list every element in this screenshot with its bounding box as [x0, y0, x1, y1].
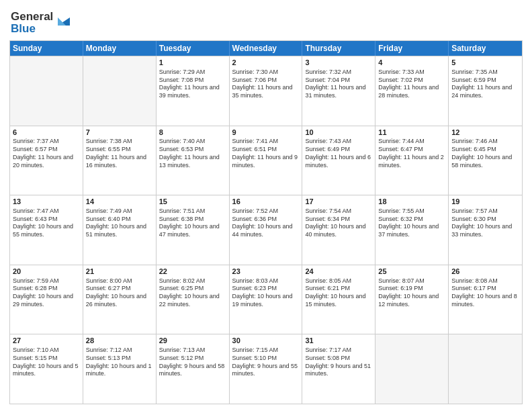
day-number: 15	[159, 197, 226, 207]
day-number: 10	[305, 128, 372, 138]
day-number: 26	[451, 267, 519, 277]
cell-info: Sunrise: 7:47 AM Sunset: 6:43 PM Dayligh…	[13, 208, 80, 239]
calendar: SundayMondayTuesdayWednesdayThursdayFrid…	[9, 40, 523, 404]
cell-info: Sunrise: 7:59 AM Sunset: 6:28 PM Dayligh…	[13, 277, 80, 309]
cal-cell: 19Sunrise: 7:57 AM Sunset: 6:30 PM Dayli…	[449, 195, 522, 265]
week-row-3: 13Sunrise: 7:47 AM Sunset: 6:43 PM Dayli…	[10, 195, 522, 265]
cell-info: Sunrise: 7:41 AM Sunset: 6:51 PM Dayligh…	[232, 138, 300, 169]
cal-cell: 7Sunrise: 7:38 AM Sunset: 6:55 PM Daylig…	[83, 126, 157, 195]
cell-info: Sunrise: 7:38 AM Sunset: 6:55 PM Dayligh…	[86, 138, 153, 169]
calendar-body: 1Sunrise: 7:29 AM Sunset: 7:08 PM Daylig…	[10, 56, 522, 404]
cell-info: Sunrise: 8:02 AM Sunset: 6:25 PM Dayligh…	[159, 277, 226, 309]
weekday-header-monday: Monday	[83, 41, 157, 56]
cal-cell: 2Sunrise: 7:30 AM Sunset: 7:06 PM Daylig…	[230, 56, 303, 126]
day-number: 6	[13, 128, 80, 138]
cell-info: Sunrise: 7:54 AM Sunset: 6:34 PM Dayligh…	[305, 208, 372, 239]
logo-icon: General Blue	[9, 7, 83, 36]
logo: General Blue	[9, 7, 83, 36]
cell-info: Sunrise: 8:05 AM Sunset: 6:21 PM Dayligh…	[305, 277, 372, 309]
weekday-header-wednesday: Wednesday	[230, 41, 303, 56]
cal-cell: 25Sunrise: 8:07 AM Sunset: 6:19 PM Dayli…	[375, 265, 449, 334]
day-number: 18	[378, 197, 445, 207]
cell-info: Sunrise: 7:37 AM Sunset: 6:57 PM Dayligh…	[13, 138, 80, 169]
cell-info: Sunrise: 8:08 AM Sunset: 6:17 PM Dayligh…	[451, 277, 519, 309]
page: General Blue SundayMondayTuesdayWednesda…	[0, 0, 532, 411]
cell-info: Sunrise: 7:55 AM Sunset: 6:32 PM Dayligh…	[378, 208, 445, 239]
day-number: 5	[451, 58, 519, 68]
weekday-header-friday: Friday	[375, 41, 449, 56]
day-number: 31	[305, 336, 372, 346]
cell-info: Sunrise: 7:51 AM Sunset: 6:38 PM Dayligh…	[159, 208, 226, 239]
cell-info: Sunrise: 7:15 AM Sunset: 5:10 PM Dayligh…	[232, 347, 300, 378]
day-number: 30	[232, 336, 300, 346]
cal-cell: 9Sunrise: 7:41 AM Sunset: 6:51 PM Daylig…	[230, 126, 303, 195]
day-number: 13	[13, 197, 80, 207]
cell-info: Sunrise: 8:03 AM Sunset: 6:23 PM Dayligh…	[232, 277, 300, 309]
day-number: 1	[159, 58, 226, 68]
cal-cell: 5Sunrise: 7:35 AM Sunset: 6:59 PM Daylig…	[449, 56, 522, 126]
cal-cell: 17Sunrise: 7:54 AM Sunset: 6:34 PM Dayli…	[302, 195, 375, 265]
cal-cell: 3Sunrise: 7:32 AM Sunset: 7:04 PM Daylig…	[302, 56, 375, 126]
cell-info: Sunrise: 7:29 AM Sunset: 7:08 PM Dayligh…	[159, 68, 226, 100]
cal-cell: 31Sunrise: 7:17 AM Sunset: 5:08 PM Dayli…	[302, 334, 375, 404]
day-number: 11	[378, 128, 445, 138]
day-number: 20	[13, 267, 80, 277]
weekday-header-sunday: Sunday	[10, 41, 83, 56]
cal-cell: 16Sunrise: 7:52 AM Sunset: 6:36 PM Dayli…	[230, 195, 303, 265]
cal-cell: 11Sunrise: 7:44 AM Sunset: 6:47 PM Dayli…	[375, 126, 449, 195]
svg-text:Blue: Blue	[11, 22, 36, 35]
cell-info: Sunrise: 7:13 AM Sunset: 5:12 PM Dayligh…	[159, 347, 226, 378]
cal-cell	[83, 56, 157, 126]
weekday-header-thursday: Thursday	[302, 41, 375, 56]
calendar-header: SundayMondayTuesdayWednesdayThursdayFrid…	[10, 41, 522, 56]
day-number: 8	[159, 128, 226, 138]
day-number: 12	[451, 128, 519, 138]
day-number: 28	[86, 336, 153, 346]
day-number: 27	[13, 336, 80, 346]
cell-info: Sunrise: 7:43 AM Sunset: 6:49 PM Dayligh…	[305, 138, 372, 169]
cell-info: Sunrise: 7:49 AM Sunset: 6:40 PM Dayligh…	[86, 208, 153, 239]
cal-cell: 26Sunrise: 8:08 AM Sunset: 6:17 PM Dayli…	[449, 265, 522, 334]
cal-cell: 18Sunrise: 7:55 AM Sunset: 6:32 PM Dayli…	[375, 195, 449, 265]
day-number: 22	[159, 267, 226, 277]
cal-cell: 23Sunrise: 8:03 AM Sunset: 6:23 PM Dayli…	[230, 265, 303, 334]
week-row-5: 27Sunrise: 7:10 AM Sunset: 5:15 PM Dayli…	[10, 334, 522, 404]
day-number: 16	[232, 197, 300, 207]
week-row-4: 20Sunrise: 7:59 AM Sunset: 6:28 PM Dayli…	[10, 265, 522, 334]
cal-cell: 22Sunrise: 8:02 AM Sunset: 6:25 PM Dayli…	[157, 265, 230, 334]
cell-info: Sunrise: 7:32 AM Sunset: 7:04 PM Dayligh…	[305, 68, 372, 100]
day-number: 21	[86, 267, 153, 277]
cell-info: Sunrise: 7:10 AM Sunset: 5:15 PM Dayligh…	[13, 347, 80, 378]
day-number: 29	[159, 336, 226, 346]
weekday-header-saturday: Saturday	[449, 41, 522, 56]
day-number: 23	[232, 267, 300, 277]
day-number: 19	[451, 197, 519, 207]
cell-info: Sunrise: 7:33 AM Sunset: 7:02 PM Dayligh…	[378, 68, 445, 100]
weekday-header-tuesday: Tuesday	[157, 41, 230, 56]
cal-cell: 28Sunrise: 7:12 AM Sunset: 5:13 PM Dayli…	[83, 334, 157, 404]
cal-cell	[375, 334, 449, 404]
cell-info: Sunrise: 8:00 AM Sunset: 6:27 PM Dayligh…	[86, 277, 153, 309]
cal-cell: 6Sunrise: 7:37 AM Sunset: 6:57 PM Daylig…	[10, 126, 83, 195]
cal-cell: 27Sunrise: 7:10 AM Sunset: 5:15 PM Dayli…	[10, 334, 83, 404]
day-number: 14	[86, 197, 153, 207]
cal-cell: 21Sunrise: 8:00 AM Sunset: 6:27 PM Dayli…	[83, 265, 157, 334]
cell-info: Sunrise: 7:12 AM Sunset: 5:13 PM Dayligh…	[86, 347, 153, 378]
cal-cell: 10Sunrise: 7:43 AM Sunset: 6:49 PM Dayli…	[302, 126, 375, 195]
day-number: 7	[86, 128, 153, 138]
cal-cell	[449, 334, 522, 404]
day-number: 24	[305, 267, 372, 277]
cal-cell: 14Sunrise: 7:49 AM Sunset: 6:40 PM Dayli…	[83, 195, 157, 265]
day-number: 3	[305, 58, 372, 68]
cell-info: Sunrise: 7:44 AM Sunset: 6:47 PM Dayligh…	[378, 138, 445, 169]
cal-cell: 29Sunrise: 7:13 AM Sunset: 5:12 PM Dayli…	[157, 334, 230, 404]
day-number: 2	[232, 58, 300, 68]
cell-info: Sunrise: 7:57 AM Sunset: 6:30 PM Dayligh…	[451, 208, 519, 239]
cal-cell: 12Sunrise: 7:46 AM Sunset: 6:45 PM Dayli…	[449, 126, 522, 195]
cell-info: Sunrise: 7:52 AM Sunset: 6:36 PM Dayligh…	[232, 208, 300, 239]
day-number: 4	[378, 58, 445, 68]
day-number: 25	[378, 267, 445, 277]
cell-info: Sunrise: 8:07 AM Sunset: 6:19 PM Dayligh…	[378, 277, 445, 309]
header: General Blue	[9, 7, 523, 36]
cell-info: Sunrise: 7:40 AM Sunset: 6:53 PM Dayligh…	[159, 138, 226, 169]
